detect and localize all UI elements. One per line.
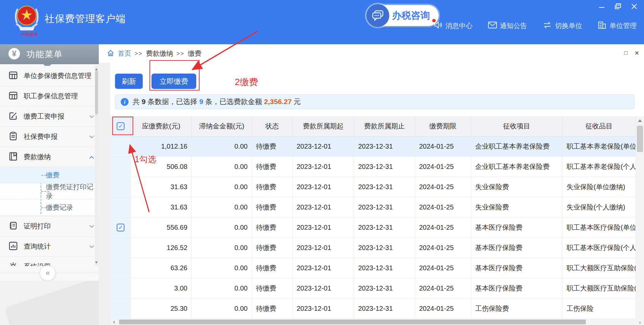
notification-badge <box>432 19 436 22</box>
table-cell: 2024-01-25 <box>415 299 471 319</box>
row-checkbox[interactable]: ✓ <box>117 224 124 231</box>
table-cell: 0.00 <box>192 197 252 218</box>
table-cell: 待缴费 <box>252 238 293 258</box>
table-cell: 2024-01-25 <box>415 238 471 258</box>
table-cell: 0.00 <box>192 157 252 177</box>
breadcrumb-item: 缴费 <box>188 49 202 58</box>
switch-icon <box>543 22 552 30</box>
breadcrumb-separator: >> <box>135 50 143 57</box>
table-row[interactable]: 126.520.00待缴费2023-12-012023-12-312024-01… <box>111 238 636 258</box>
sidebar-item-label: 证明打印 <box>24 222 83 231</box>
table-row[interactable]: 31.630.00待缴费2023-12-012023-12-312024-01-… <box>111 197 636 218</box>
sidebar-watermark <box>0 281 99 325</box>
minimize-icon[interactable] <box>598 3 605 10</box>
table-cell: 2024-01-25 <box>415 177 471 197</box>
table-cell: 失业保险费 <box>471 177 562 197</box>
table-cell: 126.52 <box>131 238 192 258</box>
row-checkbox-cell[interactable] <box>111 197 131 218</box>
table-row[interactable]: ✓556.690.00待缴费2023-12-012023-12-312024-0… <box>111 218 636 238</box>
refresh-button[interactable]: 刷新 <box>115 74 143 89</box>
sidebar-item-social-fee-declare[interactable]: 社保费申报 <box>0 127 99 147</box>
breadcrumb-home[interactable]: 首页 <box>118 49 131 58</box>
table-header: ✓ 应缴费款(元) 滞纳金金额(元) 状态 费款所属期起 费款所属期止 缴费期限… <box>111 116 636 136</box>
table-cell: 2023-12-31 <box>354 177 415 197</box>
row-checkbox-cell[interactable] <box>111 238 131 258</box>
sidebar-item-system-settings[interactable]: 系统设置 <box>0 257 99 266</box>
row-checkbox-cell[interactable] <box>111 136 131 157</box>
table-body: 1,012.160.00待缴费2023-12-012023-12-312024-… <box>111 136 636 319</box>
header-menu-notices[interactable]: 通知公告 <box>488 21 527 30</box>
sidebar-item-fee-payment[interactable]: 费款缴纳 <box>0 147 99 167</box>
scroll-down-icon[interactable] <box>95 261 98 265</box>
vertical-scrollbar[interactable] <box>636 116 644 319</box>
row-checkbox-cell[interactable] <box>111 258 131 278</box>
row-checkbox-cell[interactable] <box>111 177 131 197</box>
table-cell: 31.63 <box>131 197 192 218</box>
info-bar: i 共 9 条数据，已选择 9 条，已选费款金额 2,356.27 元 <box>115 94 635 109</box>
sidebar-item-payment-voucher-print-records[interactable]: 缴费凭证打印记录 <box>0 183 99 200</box>
table-cell: 工伤保险费 <box>471 299 562 319</box>
select-all-checkbox[interactable]: ✓ <box>117 122 124 130</box>
table-row[interactable]: 506.080.00待缴费2023-12-012023-12-312024-01… <box>111 157 636 177</box>
table-cell: 2024-01-25 <box>415 278 471 299</box>
pay-now-button[interactable]: 立即缴费 <box>152 74 196 89</box>
tax-consult-button[interactable]: 办税咨询 <box>367 5 439 26</box>
collapse-icon: « <box>46 269 50 277</box>
pane-restore-icon[interactable]: □ <box>624 50 627 57</box>
row-checkbox-cell[interactable] <box>111 278 131 299</box>
table-row[interactable]: 63.260.00待缴费2023-12-012023-12-312024-01-… <box>111 258 636 278</box>
table-cell: 2024-01-25 <box>415 218 471 238</box>
header-menu-unit-management[interactable]: 单位管理 <box>598 21 637 31</box>
table-cell: 失业保险(个人缴纳) <box>562 197 636 218</box>
restore-icon[interactable] <box>614 3 622 10</box>
header-menu-message-center[interactable]: 消息中心 <box>434 21 473 31</box>
table-row[interactable]: 3.000.00待缴费2023-12-012023-12-312024-01-2… <box>111 278 636 299</box>
table-cell: 企业职工基本养老保险费 <box>471 157 562 177</box>
header-menu-switch-unit[interactable]: 切换单位 <box>543 21 582 30</box>
sidebar-item-label: 单位参保缴费信息管理 <box>24 71 94 80</box>
table-cell: 基本医疗保险费 <box>471 238 562 258</box>
sidebar-item-certificate-print[interactable]: 证明打印 <box>0 216 99 236</box>
sidebar-item-pay[interactable]: 缴费 <box>0 167 99 183</box>
scrollbar-thumb[interactable] <box>95 71 98 115</box>
sidebar-item-unit-insured-info[interactable]: 单位参保缴费信息管理 <box>0 66 99 86</box>
sidebar-item-salary-declare[interactable]: 缴费工资申报 <box>0 106 99 127</box>
close-icon[interactable] <box>630 3 638 10</box>
chevron-down-icon <box>89 244 94 250</box>
sidebar-child-label: 缴费凭证打印记录 <box>46 182 99 201</box>
sidebar-scrollbar[interactable] <box>95 66 98 266</box>
table-cell: 2023-12-31 <box>354 218 415 238</box>
column-header: 征收品目 <box>562 116 636 136</box>
row-checkbox-cell[interactable]: ✓ <box>111 218 131 238</box>
row-checkbox-cell[interactable] <box>111 157 131 177</box>
sidebar-item-query-statistics[interactable]: 查询统计 <box>0 236 99 257</box>
table-cell: 1,012.16 <box>131 136 192 157</box>
horizontal-scrollbar[interactable]: ‹ <box>110 319 636 325</box>
table-row[interactable]: 1,012.160.00待缴费2023-12-012023-12-312024-… <box>111 136 636 157</box>
table-cell: 0.00 <box>192 238 252 258</box>
info-icon: i <box>121 98 129 106</box>
sidebar-item-employee-insured-info[interactable]: 职工参保信息管理 <box>0 86 99 106</box>
scrollbar-thumb[interactable] <box>119 320 586 324</box>
table-cell: 0.00 <box>192 299 252 319</box>
scroll-right-icon[interactable]: › <box>636 319 644 325</box>
column-header: 应缴费款(元) <box>131 116 192 136</box>
header-menu-label: 消息中心 <box>445 21 473 30</box>
sidebar-item-payment-records[interactable]: 缴费记录 <box>0 200 99 216</box>
home-icon[interactable] <box>107 49 114 58</box>
sidebar-collapse-button[interactable]: « <box>40 265 55 281</box>
table-cell: 职工基本医疗保险(单位缴纳) <box>562 218 636 238</box>
table-cell: 2023-12-01 <box>293 278 354 299</box>
scroll-up-icon[interactable] <box>636 116 644 124</box>
pane-close-icon[interactable]: ✕ <box>635 50 639 57</box>
tax-consult-label: 办税咨询 <box>392 9 430 22</box>
table-cell: 2024-01-25 <box>415 258 471 278</box>
scroll-left-icon[interactable]: ‹ <box>110 319 118 325</box>
app-title: 社保费管理客户端 <box>45 12 126 26</box>
table-row[interactable]: 25.300.00待缴费2023-12-012023-12-312024-01-… <box>111 299 636 319</box>
scrollbar-thumb[interactable] <box>637 126 643 152</box>
row-checkbox-cell[interactable] <box>111 299 131 319</box>
table-row[interactable]: 31.630.00待缴费2023-12-012023-12-312024-01-… <box>111 177 636 197</box>
table-cell: 2023-12-31 <box>354 238 415 258</box>
scroll-up-icon[interactable] <box>95 67 98 70</box>
